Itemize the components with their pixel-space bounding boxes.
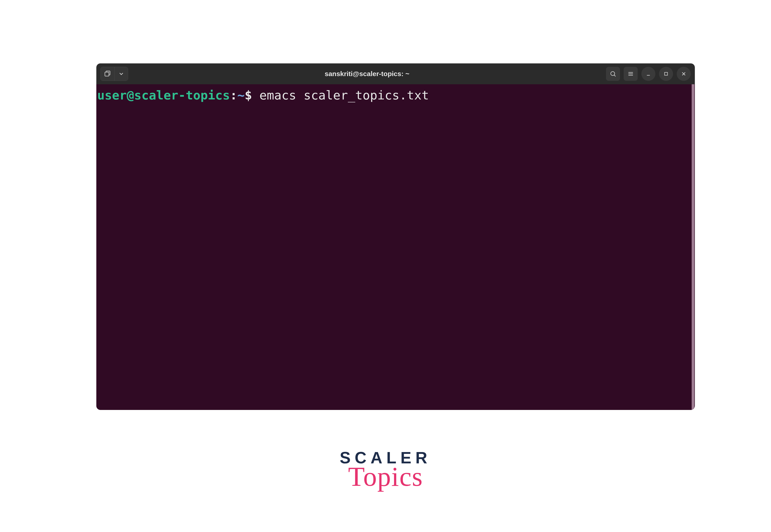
close-icon [681,71,687,77]
prompt-separator: : [230,88,237,102]
search-button[interactable] [606,67,620,81]
svg-line-2 [614,75,616,76]
minimize-button[interactable] [641,67,655,81]
chevron-down-icon [118,71,124,77]
window-title: sanskriti@scaler-topics: ~ [130,70,604,78]
tab-group [100,67,128,81]
svg-rect-7 [665,72,668,75]
new-tab-button[interactable] [101,67,114,81]
terminal-body[interactable]: user@scaler-topics:~$ emacs scaler_topic… [96,84,695,410]
close-button[interactable] [677,67,691,81]
menu-button[interactable] [624,67,638,81]
prompt-path: ~ [237,88,245,102]
brand-logo: SCALER Topics [340,448,431,492]
prompt-line: user@scaler-topics:~$ emacs scaler_topic… [96,88,695,102]
prompt-symbol: $ [245,88,252,102]
new-tab-icon [104,70,111,77]
maximize-icon [664,71,669,76]
scrollbar[interactable] [692,84,694,410]
minimize-icon [646,71,651,77]
maximize-button[interactable] [659,67,673,81]
hamburger-icon [627,70,634,77]
svg-rect-0 [105,72,109,76]
logo-line-2: Topics [340,461,431,492]
prompt-user-host: user@scaler-topics [97,88,230,102]
prompt-command: emacs scaler_topics.txt [259,88,429,102]
terminal-window: sanskriti@scaler-topics: ~ [96,63,695,410]
svg-point-1 [611,72,615,76]
window-controls [606,67,691,81]
titlebar: sanskriti@scaler-topics: ~ [96,63,695,84]
tab-dropdown-button[interactable] [114,67,128,81]
search-icon [610,70,617,77]
